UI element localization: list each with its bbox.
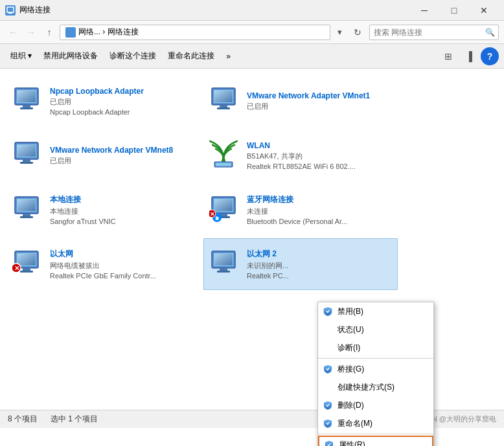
ctx-sep2 bbox=[318, 434, 433, 434]
ctx-properties[interactable]: 属性(R) bbox=[318, 436, 433, 446]
network-item-ethernet2[interactable]: 以太网 2 未识别的网... Realtek PC... bbox=[203, 238, 398, 290]
ctx-diagnose[interactable]: 诊断(I) bbox=[318, 339, 433, 357]
ethernet-status: 网络电缆被拔出 bbox=[50, 261, 156, 271]
wlan-info: WLAN B51AK47, 共享的 Realtek RTL8852AE WiFi… bbox=[247, 141, 356, 170]
close-button[interactable]: ✕ bbox=[469, 0, 499, 21]
network-item-vmnet8[interactable]: VMware Network Adapter VMnet8 已启用 bbox=[6, 129, 201, 181]
toolbar-right: ⊞ ▐ ? bbox=[439, 47, 499, 65]
npcap-adapter: Npcap Loopback Adapter bbox=[50, 108, 144, 116]
wlan-name: WLAN bbox=[247, 141, 356, 150]
svg-rect-14 bbox=[17, 145, 36, 157]
path-dropdown-button[interactable]: ▾ bbox=[333, 25, 346, 40]
shield-icon-delete bbox=[323, 401, 332, 410]
vmnet1-name: VMware Network Adapter VMnet1 bbox=[247, 91, 370, 100]
local-icon bbox=[12, 194, 43, 225]
network-item-local[interactable]: 本地连接 本地连接 Sangfor aTrust VNIC bbox=[6, 184, 201, 236]
bluetooth-icon: ʙ ✕ bbox=[209, 194, 240, 225]
svg-rect-36 bbox=[17, 254, 36, 265]
maximize-button[interactable]: □ bbox=[439, 0, 469, 21]
window-controls: ─ □ ✕ bbox=[409, 0, 499, 21]
svg-rect-44 bbox=[220, 268, 227, 271]
wlan-status: B51AK47, 共享的 bbox=[247, 151, 356, 161]
ethernet-info: 以太网 网络电缆被拔出 Realtek PCIe GbE Family Cont… bbox=[50, 249, 156, 280]
vmnet8-info: VMware Network Adapter VMnet8 已启用 bbox=[50, 146, 173, 166]
content-area: Npcap Loopback Adapter 已启用 Npcap Loopbac… bbox=[0, 69, 504, 428]
path-icon bbox=[65, 27, 76, 38]
bluetooth-info: 蓝牙网络连接 未连接 Bluetooth Device (Personal Ar… bbox=[247, 194, 347, 225]
vmnet8-name: VMware Network Adapter VMnet8 bbox=[50, 146, 173, 155]
refresh-button[interactable]: ↻ bbox=[349, 23, 367, 41]
local-adapter: Sangfor aTrust VNIC bbox=[50, 217, 116, 225]
svg-rect-19 bbox=[216, 163, 231, 166]
ctx-status[interactable]: 状态(U) bbox=[318, 320, 433, 339]
vmnet1-info: VMware Network Adapter VMnet1 已启用 bbox=[247, 91, 370, 111]
back-button[interactable]: ← bbox=[5, 25, 21, 40]
network-item-wlan[interactable]: WLAN B51AK47, 共享的 Realtek RTL8852AE WiFi… bbox=[203, 129, 398, 181]
pane-button[interactable]: ▐ bbox=[460, 47, 478, 65]
svg-rect-0 bbox=[7, 7, 14, 12]
shield-icon-disable bbox=[323, 307, 332, 316]
npcap-status: 已启用 bbox=[50, 97, 144, 107]
ctx-bridge-label: 桥接(G) bbox=[338, 364, 364, 375]
svg-rect-5 bbox=[23, 105, 30, 107]
svg-rect-6 bbox=[20, 107, 33, 109]
npcap-icon bbox=[12, 85, 43, 117]
network-item-vmnet1[interactable]: VMware Network Adapter VMnet1 已启用 bbox=[203, 75, 398, 127]
up-button[interactable]: ↑ bbox=[41, 25, 57, 40]
disable-device-button[interactable]: 禁用此网络设备 bbox=[38, 47, 103, 66]
window-icon bbox=[5, 5, 16, 16]
svg-rect-27 bbox=[214, 199, 233, 211]
vmnet8-status: 已启用 bbox=[50, 156, 173, 166]
address-bar: ← → ↑ 网络... › 网络连接 ▾ ↻ 🔍 bbox=[0, 21, 504, 44]
ctx-bridge[interactable]: 桥接(G) bbox=[318, 360, 433, 378]
diagnose-connection-button[interactable]: 诊断这个连接 bbox=[104, 47, 161, 66]
ctx-properties-label: 属性(R) bbox=[339, 440, 365, 447]
svg-rect-24 bbox=[20, 216, 33, 218]
svg-rect-16 bbox=[20, 162, 33, 164]
svg-rect-37 bbox=[23, 268, 30, 271]
vmnet1-status: 已启用 bbox=[247, 102, 370, 111]
help-button[interactable]: ? bbox=[481, 47, 499, 65]
shield-icon-properties bbox=[325, 440, 334, 446]
forward-button[interactable]: → bbox=[23, 25, 39, 40]
ctx-rename[interactable]: 重命名(M) bbox=[318, 414, 433, 432]
vmnet1-icon bbox=[209, 85, 240, 117]
network-item-bluetooth[interactable]: ʙ ✕ 蓝牙网络连接 未连接 Bluetooth Device (Persona… bbox=[203, 184, 398, 236]
wlan-icon bbox=[209, 140, 240, 171]
search-input[interactable] bbox=[369, 25, 499, 40]
ctx-delete-label: 删除(D) bbox=[338, 400, 364, 411]
address-path[interactable]: 网络... › 网络连接 bbox=[60, 25, 330, 40]
ctx-disable-label: 禁用(B) bbox=[338, 306, 363, 317]
ethernet2-status: 未识别的网... bbox=[247, 261, 289, 271]
ctx-disable[interactable]: 禁用(B) bbox=[318, 302, 433, 320]
path-text: 网络... › 网络连接 bbox=[78, 27, 139, 38]
ethernet2-adapter: Realtek PC... bbox=[247, 272, 289, 280]
minimize-button[interactable]: ─ bbox=[409, 0, 439, 21]
svg-rect-9 bbox=[214, 91, 233, 102]
local-status: 本地连接 bbox=[50, 206, 116, 216]
organize-button[interactable]: 组织 ▾ bbox=[5, 47, 37, 66]
ethernet2-icon bbox=[209, 249, 240, 280]
svg-text:✕: ✕ bbox=[14, 265, 19, 272]
more-button[interactable]: » bbox=[221, 47, 236, 66]
ctx-delete[interactable]: 删除(D) bbox=[318, 396, 433, 414]
ethernet2-info: 以太网 2 未识别的网... Realtek PC... bbox=[247, 249, 289, 280]
svg-rect-45 bbox=[217, 271, 230, 273]
context-menu: 禁用(B) 状态(U) 诊断(I) 桥接(G) 创建快捷方式(S) bbox=[317, 302, 434, 446]
svg-rect-22 bbox=[17, 199, 36, 211]
svg-rect-43 bbox=[214, 254, 233, 265]
svg-rect-15 bbox=[23, 159, 30, 162]
network-item-ethernet[interactable]: ✕ 以太网 网络电缆被拔出 Realtek PCIe GbE Family Co… bbox=[6, 238, 201, 290]
ethernet-icon: ✕ bbox=[12, 249, 43, 280]
npcap-info: Npcap Loopback Adapter 已启用 Npcap Loopbac… bbox=[50, 87, 144, 116]
shield-icon-bridge bbox=[323, 364, 332, 374]
wlan-adapter: Realtek RTL8852AE WiFi 6 802.... bbox=[247, 162, 356, 170]
network-item-npcap[interactable]: Npcap Loopback Adapter 已启用 Npcap Loopbac… bbox=[6, 75, 201, 127]
toolbar: 组织 ▾ 禁用此网络设备 诊断这个连接 重命名此连接 » ⊞ ▐ ? bbox=[0, 44, 504, 69]
ethernet-name: 以太网 bbox=[50, 249, 156, 260]
ctx-shortcut[interactable]: 创建快捷方式(S) bbox=[318, 378, 433, 396]
view-button[interactable]: ⊞ bbox=[439, 47, 457, 65]
items-count: 8 个项目 bbox=[8, 414, 38, 425]
rename-connection-button[interactable]: 重命名此连接 bbox=[163, 47, 220, 66]
selected-count: 选中 1 个项目 bbox=[51, 414, 98, 425]
